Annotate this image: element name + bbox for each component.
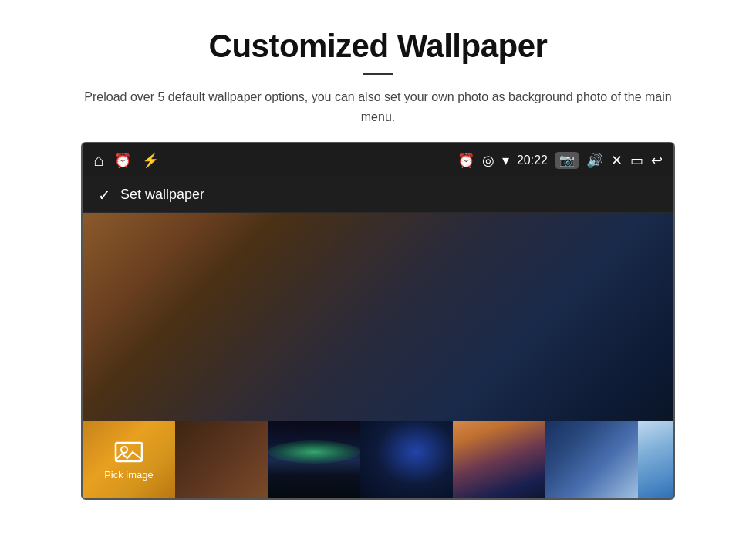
page-title: Customized Wallpaper bbox=[209, 28, 548, 65]
aurora-effect bbox=[268, 440, 360, 464]
home-icon[interactable]: ⌂ bbox=[93, 152, 103, 169]
camera-icon[interactable]: 📷 bbox=[555, 152, 579, 169]
usb-icon: ⚡ bbox=[142, 153, 159, 167]
wifi-icon: ▾ bbox=[502, 153, 509, 167]
window-icon[interactable]: ▭ bbox=[630, 153, 643, 167]
thumbnail-2[interactable] bbox=[175, 421, 268, 498]
back-icon[interactable]: ↩ bbox=[651, 153, 663, 167]
thumbnails-row: Pick image bbox=[83, 421, 673, 498]
volume-icon[interactable]: 🔊 bbox=[586, 153, 603, 167]
title-divider bbox=[363, 73, 393, 75]
pick-image-thumb[interactable]: Pick image bbox=[83, 421, 175, 498]
thumbnail-aurora[interactable] bbox=[268, 421, 360, 498]
status-bar: ⌂ ⏰ ⚡ ⏰ ◎ ▾ 20:22 📷 🔊 ✕ ▭ ↩ bbox=[83, 143, 673, 177]
thumbnail-sunset[interactable] bbox=[453, 421, 545, 498]
status-left-icons: ⌂ ⏰ ⚡ bbox=[93, 152, 159, 169]
thumbnail-light-blue[interactable] bbox=[638, 421, 673, 498]
pick-image-icon bbox=[114, 440, 143, 464]
location-icon: ◎ bbox=[482, 153, 494, 167]
alarm-icon-left: ⏰ bbox=[114, 153, 131, 167]
wallpaper-preview bbox=[83, 213, 673, 421]
status-right-icons: ⏰ ◎ ▾ 20:22 📷 🔊 ✕ ▭ ↩ bbox=[457, 152, 663, 169]
checkmark-icon[interactable]: ✓ bbox=[98, 186, 111, 204]
pick-image-label: Pick image bbox=[104, 469, 154, 481]
page-subtitle: Preload over 5 default wallpaper options… bbox=[77, 87, 679, 127]
thumbnail-blue[interactable] bbox=[545, 421, 638, 498]
set-wallpaper-label: Set wallpaper bbox=[120, 187, 204, 203]
alarm-icon-right: ⏰ bbox=[457, 153, 474, 167]
svg-rect-0 bbox=[116, 443, 142, 461]
svg-point-1 bbox=[121, 447, 127, 453]
app-bar: ✓ Set wallpaper bbox=[83, 177, 673, 213]
device-frame: ⌂ ⏰ ⚡ ⏰ ◎ ▾ 20:22 📷 🔊 ✕ ▭ ↩ ✓ Set wallpa… bbox=[81, 142, 675, 500]
clock-time: 20:22 bbox=[517, 153, 548, 167]
thumbnail-space[interactable] bbox=[360, 421, 453, 498]
close-icon[interactable]: ✕ bbox=[611, 153, 623, 167]
